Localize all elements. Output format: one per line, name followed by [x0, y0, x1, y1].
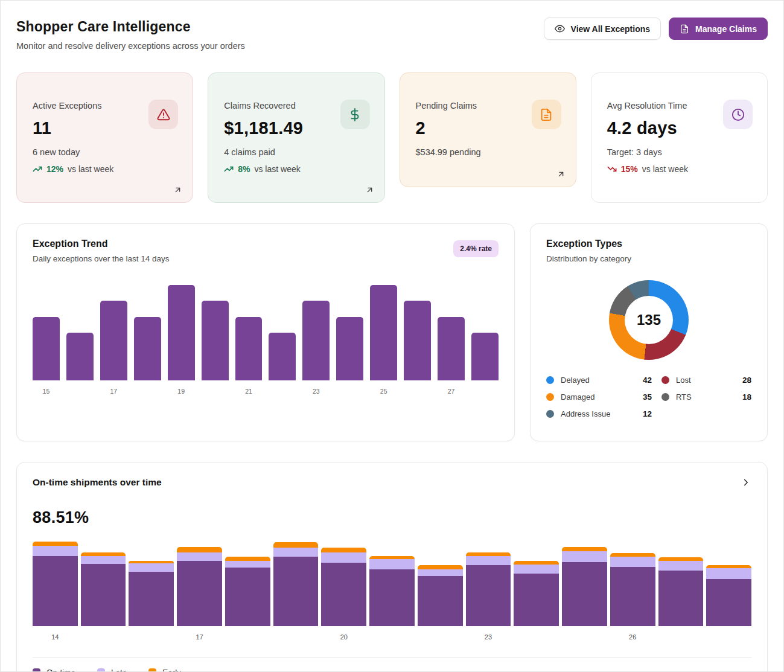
donut-wrap: 135: [546, 280, 751, 360]
charts-row: Exception Trend Daily exceptions over th…: [16, 223, 768, 441]
trend-bar-day-17[interactable]: [100, 301, 127, 380]
on-time-title: On-time shipments over time: [33, 477, 162, 488]
trend-suffix: vs last week: [254, 164, 300, 174]
legend-item-late[interactable]: Late: [97, 668, 127, 672]
trend-bar-day-27[interactable]: [438, 317, 465, 380]
stat-card-active-exceptions[interactable]: Active Exceptions 11 6 new today 12% vs …: [16, 72, 193, 203]
stacked-bar-day-26[interactable]: [610, 553, 655, 626]
segment-late: [466, 556, 511, 565]
arrow-up-right-icon[interactable]: [365, 185, 374, 194]
view-all-exceptions-button[interactable]: View All Exceptions: [544, 18, 661, 40]
segment-on-time: [129, 572, 174, 626]
stat-card-claims-recovered[interactable]: Claims Recovered $1,181.49 4 claims paid…: [208, 72, 384, 203]
trend-bar-day-20[interactable]: [202, 301, 229, 380]
page-subtitle: Monitor and resolve delivery exceptions …: [16, 41, 245, 51]
chevron-right-icon[interactable]: [741, 477, 751, 488]
legend-value: 28: [742, 376, 751, 385]
manage-claims-button[interactable]: Manage Claims: [669, 18, 768, 40]
trend-bar-day-18[interactable]: [134, 317, 161, 380]
stacked-x-tick: 20: [321, 633, 366, 641]
segment-late: [610, 557, 655, 567]
trend-suffix: vs last week: [642, 164, 688, 174]
segment-early: [562, 547, 607, 551]
stacked-bar-day-22[interactable]: [418, 565, 463, 626]
stacked-bar-day-25[interactable]: [562, 547, 607, 626]
stacked-x-tick: [273, 633, 319, 641]
trend-bar-day-24[interactable]: [336, 317, 363, 380]
stacked-bar-day-27[interactable]: [658, 557, 704, 626]
legend-item-rts[interactable]: RTS18: [661, 392, 751, 402]
segment-early: [273, 542, 319, 547]
trend-bar-day-23[interactable]: [302, 301, 330, 380]
stacked-bar-day-21[interactable]: [369, 556, 415, 626]
stacked-bar-day-14[interactable]: [33, 542, 78, 626]
stacked-bar-day-15[interactable]: [81, 552, 126, 627]
stat-card-avg-resolution-time[interactable]: Avg Resolution Time 4.2 days Target: 3 d…: [591, 72, 768, 203]
stat-trend: 15% vs last week: [607, 164, 751, 174]
legend-label: Delayed: [561, 376, 590, 385]
stacked-x-tick: [129, 633, 174, 641]
segment-late: [369, 559, 415, 569]
exception-trend-header: Exception Trend Daily exceptions over th…: [33, 238, 499, 263]
page-title: Shopper Care Intelligence: [16, 19, 245, 35]
legend-item-address-issue[interactable]: Address Issue12: [546, 409, 652, 418]
trend-x-tick: [404, 388, 431, 395]
legend-item-on-time[interactable]: On-time: [33, 668, 75, 672]
trend-bar-day-15[interactable]: [33, 317, 60, 380]
trend-bar-day-19[interactable]: [168, 285, 195, 380]
legend-dot-icon: [546, 393, 554, 401]
segment-late: [418, 569, 463, 577]
legend-item-delayed[interactable]: Delayed42: [546, 376, 652, 385]
legend-value: 12: [643, 409, 652, 418]
legend-column: Lost28RTS18: [661, 376, 751, 426]
legend-item-damaged[interactable]: Damaged35: [546, 392, 652, 402]
exception-trend-bars: [33, 285, 499, 380]
trend-bar-day-25[interactable]: [370, 285, 397, 380]
stacked-bar-day-28[interactable]: [706, 565, 751, 627]
segment-on-time: [514, 574, 559, 626]
on-time-stacked-bars: [33, 542, 751, 626]
exception-types-legend: Delayed42Damaged35Address Issue12Lost28R…: [546, 376, 751, 426]
file-text-icon: [680, 24, 689, 34]
segment-on-time: [706, 579, 751, 626]
segment-late: [129, 563, 174, 571]
legend-dot-icon: [661, 393, 669, 401]
stacked-bar-day-17[interactable]: [177, 547, 222, 626]
stacked-bar-day-16[interactable]: [129, 561, 174, 627]
legend-value: 35: [643, 392, 652, 402]
trend-x-tick: 27: [438, 388, 465, 395]
legend-dot-icon: [661, 376, 669, 384]
stat-cards-row: Active Exceptions 11 6 new today 12% vs …: [16, 72, 768, 203]
legend-item-early[interactable]: Early: [148, 668, 181, 672]
legend-label: Lost: [676, 376, 691, 385]
legend-label: Late: [111, 668, 127, 672]
stacked-bar-day-20[interactable]: [321, 548, 366, 626]
trend-bar-day-26[interactable]: [404, 301, 431, 380]
segment-late: [514, 565, 559, 574]
arrow-up-right-icon[interactable]: [173, 185, 182, 194]
stat-card-pending-claims[interactable]: Pending Claims 2 $534.99 pending: [400, 72, 576, 187]
trend-bar-day-16[interactable]: [66, 333, 94, 380]
stacked-bar-day-24[interactable]: [514, 561, 559, 626]
trend-bar-day-21[interactable]: [235, 317, 263, 380]
trend-bar-day-28[interactable]: [471, 333, 499, 380]
segment-on-time: [177, 561, 222, 626]
arrow-up-right-icon[interactable]: [556, 170, 566, 179]
exception-types-donut[interactable]: 135: [609, 280, 689, 360]
stacked-bar-day-18[interactable]: [225, 557, 270, 626]
trend-x-tick: 21: [235, 388, 263, 395]
legend-item-lost[interactable]: Lost28: [661, 376, 751, 385]
segment-late: [706, 568, 751, 579]
stacked-bar-day-19[interactable]: [273, 542, 319, 626]
on-time-x-labels: 1417202326: [33, 633, 751, 641]
trend-bar-day-22[interactable]: [269, 333, 296, 380]
segment-late: [562, 551, 607, 562]
trend-percent: 15%: [621, 164, 638, 174]
legend-value: 42: [643, 376, 652, 385]
trend-x-tick: 23: [302, 388, 330, 395]
stacked-bar-day-23[interactable]: [466, 552, 511, 627]
stacked-x-tick: 26: [610, 633, 655, 641]
trending-down-icon: [607, 164, 617, 174]
stat-sub: $534.99 pending: [416, 147, 560, 157]
exception-trend-card: Exception Trend Daily exceptions over th…: [16, 223, 515, 441]
